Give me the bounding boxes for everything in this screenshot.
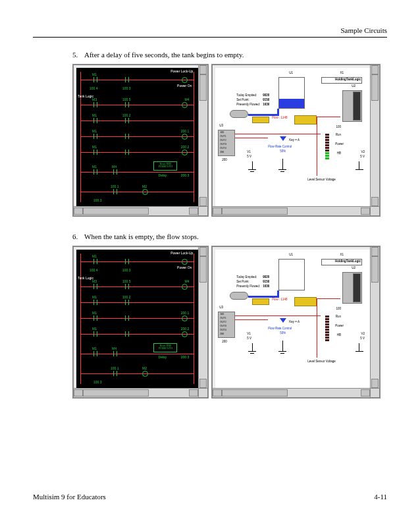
valve-box-2 [294,115,317,124]
r2-1005: 100.5 [122,279,131,283]
s2-led100: 100 [336,308,341,311]
r2-1001: 100.1 [111,366,119,370]
s2-keya: Key = A [289,321,300,324]
r2-M1c: M1 [92,311,97,315]
plc-p2: OUT2 [220,140,226,142]
gnd-stem-1 [252,161,253,169]
lbl-200: 200 [222,159,227,162]
tank-liquid [279,99,304,108]
vertical-scroll-thumb-2[interactable] [371,74,379,101]
lbl-1003: 100.3 [122,86,131,90]
vertical-scroll-thumb[interactable] [199,74,207,101]
s2-pv1: 9020 [263,276,269,279]
s2-potval: 50% [280,332,286,335]
step-5: 5. After a delay of five seconds, the ta… [72,51,381,59]
horizontal-scrollbar[interactable] [74,206,198,215]
vertical-scrollbar-4[interactable] [370,247,379,388]
vertical-scrollbar-2[interactable] [370,65,379,206]
lbl-flow-rate: Flow : 1148 [272,117,287,120]
step-6-text: When the tank is empty, the flow stops. [84,233,199,240]
gnd-stem-2b [359,343,359,351]
led-bargraph [325,134,329,159]
schematic-canvas: U1 X1 HoldingTankLogic U2 Today Emptied:… [215,68,370,206]
footer-right: 4-11 [374,493,387,501]
scroll-corner-3 [198,388,207,397]
s2-plc3: OUT3 [220,325,226,328]
horizontal-scroll-thumb[interactable] [83,207,149,215]
r2-delay: Delay [159,355,167,359]
horizontal-scroll-thumb-2[interactable] [222,207,288,215]
vthumb-4[interactable] [371,256,379,283]
label-power-lockup-2: Power Lock-Up [171,251,193,255]
gnd-cbb [280,353,284,354]
label-power-lockup: Power Lock-Up [171,69,193,73]
param-l2: Set Point: [236,99,249,102]
s2-ledhb: HB [337,334,341,337]
lbl-M4-b: M4 [112,165,117,169]
valve-box-1b [252,298,269,305]
s2-pv2: 9150 [263,281,269,284]
s2-levsens: Level Sensor Voltage [307,360,336,364]
vertical-scrollbar-3[interactable] [198,247,207,388]
wire-r2 [235,138,268,138]
s2-potlbl: Flow Rate Control [268,327,292,331]
s2-htl: HoldingTankLogic [335,260,361,263]
ladder-canvas: Power Lock-Up Tank Logic M1 Power On 100… [76,68,198,206]
horizontal-scrollbar-2[interactable] [213,206,370,215]
horizontal-scrollbar-4[interactable] [213,388,370,397]
wire-r1b [235,316,321,316]
lbl-V2v: 5 V [360,155,365,159]
vertical-scrollbar[interactable] [198,65,207,206]
hthumb-3[interactable] [83,389,149,397]
potentiometer-icon [280,136,286,141]
pipe-1 [248,114,278,116]
lbl-led-hb: HB [337,152,341,155]
lbl-M1-b: M1 [92,113,97,117]
wire-r4 [317,117,340,117]
wire-r2b [235,319,268,320]
chip-U2-inner [353,92,361,121]
page-footer: Multisim 9 for Educators 4-11 [33,493,387,501]
lbl-M1-d: M1 [92,145,97,149]
s2-pl3: Presently Flowed: [236,285,260,289]
step-6: 6. When the tank is empty, the flow stop… [72,233,381,240]
tank-icon-2 [278,259,305,290]
gnd-cab [278,351,286,352]
lbl-U3: U3 [219,124,223,128]
step-5-text: After a delay of five seconds, the tank … [84,51,244,59]
s2-flowrate: Flow : 1148 [272,298,287,302]
page-content: 5. After a delay of five seconds, the ta… [33,51,387,399]
r2-2003: 200.3 [181,355,190,359]
ladder-diagram-panel-1: Power Lock-Up Tank Logic M1 Power On 100… [72,64,209,217]
param-v1: 9020 [263,94,269,97]
lbl-M4: M4 [184,97,189,101]
pipe-2b [277,290,279,298]
lbl-M3: M3 [92,97,97,101]
figure-pair-2: Power Lock-Up Tank Logic M1 Power On 100… [72,246,381,399]
lbl-led-run: Run [336,134,341,137]
horizontal-scrollbar-3[interactable] [74,388,198,397]
s2-U1: U1 [289,254,293,257]
gnd-1b [250,171,254,172]
s2-plc4: OUT4 [220,329,226,332]
lbl-2001: 200.1 [181,129,190,133]
param-l1: Today Emptied: [236,94,257,97]
lbl-level-sensor: Level Sensor Voltage [307,179,336,182]
r2-M4b: M4 [112,346,117,350]
timer-box: Reset H3B PU888 TrTH [153,161,177,171]
pump-icon [230,110,248,118]
r2-1003b: 100.3 [93,380,102,384]
s2-U2: U2 [352,267,355,270]
gnd-stem-cb [282,341,283,351]
gnd-1bb [250,353,254,354]
param-v3: 1630 [263,103,269,107]
step-5-number: 5. [72,51,84,59]
param-v2: 9150 [263,99,269,102]
ladder-diagram-panel-2: Power Lock-Up Tank Logic M1 Power On 100… [72,246,209,399]
hthumb-4[interactable] [222,389,288,397]
s2-plc5: 200 [220,333,224,336]
scroll-corner-4 [370,388,379,397]
s2-V2v: 5 V [360,337,365,341]
label-tank-logic-2: Tank Logic [78,276,93,280]
vthumb-3[interactable] [199,256,207,283]
